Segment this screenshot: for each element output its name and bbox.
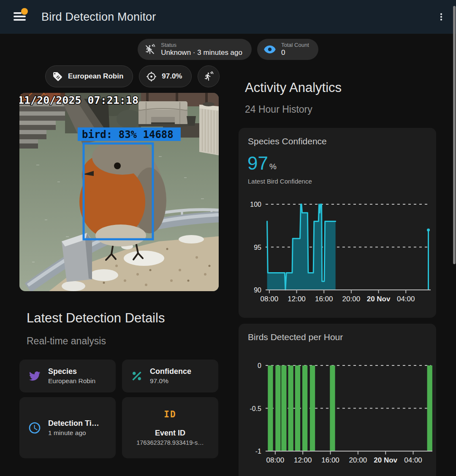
svg-text:16:00: 16:00: [321, 456, 339, 464]
species-card-value: European Robin: [48, 377, 95, 385]
svg-text:20:00: 20:00: [342, 295, 361, 303]
species-confidence-card-title: Species Confidence: [239, 128, 436, 146]
motion-chip[interactable]: [198, 65, 220, 87]
latest-detection-title: Latest Detection Details: [27, 311, 165, 326]
event-id-card[interactable]: ID Event ID 1763623278.933419-s…: [122, 397, 218, 458]
birds-per-hour-chart[interactable]: 08:0012:0016:0020:0020 Nov04:000-0.5-1: [245, 361, 433, 467]
crosshairs-icon: [146, 71, 157, 82]
app-header: Bird Detection Monitor: [0, 0, 456, 34]
confidence-card-label: Confidence: [150, 367, 191, 376]
camera-scene: bird: 83% 14688 11/20/2025 07:21:18: [19, 93, 219, 291]
confidence-chip[interactable]: 97.0%: [139, 65, 192, 87]
activity-analytics-subtitle: 24 Hour History: [245, 104, 312, 115]
page-scrollbar[interactable]: [453, 6, 456, 264]
svg-text:12:00: 12:00: [288, 295, 306, 303]
camera-image[interactable]: bird: 83% 14688 11/20/2025 07:21:18: [19, 93, 219, 291]
total-count-value: 0: [281, 49, 309, 57]
id-badge-icon: ID: [164, 409, 176, 419]
detection-time-card-value: 1 minute ago: [48, 429, 99, 437]
total-count-chip[interactable]: Total Count 0: [257, 39, 318, 60]
svg-text:-1: -1: [255, 448, 261, 455]
event-id-card-value: 1763623278.933419-s…: [136, 439, 204, 446]
tag-icon: [52, 71, 63, 82]
svg-text:20:00: 20:00: [349, 456, 367, 464]
svg-text:08:00: 08:00: [261, 295, 279, 303]
svg-text:04:00: 04:00: [404, 456, 422, 464]
eye-icon: [263, 43, 276, 56]
svg-text:08:00: 08:00: [266, 456, 285, 464]
status-chip[interactable]: Status Unknown · 3 minutes ago: [138, 39, 252, 60]
motion-sensor-off-icon: [144, 43, 156, 55]
camera-timestamp: 11/20/2025 07:21:18: [19, 94, 138, 106]
svg-text:20 Nov: 20 Nov: [367, 295, 391, 303]
overflow-menu-button[interactable]: [432, 8, 450, 26]
svg-text:95: 95: [254, 244, 261, 251]
activity-analytics-title: Activity Analytics: [245, 80, 342, 95]
species-confidence-card: Species Confidence 97 % Latest Bird Conf…: [239, 128, 436, 318]
svg-text:16:00: 16:00: [315, 295, 333, 303]
latest-detection-subtitle: Real-time analysis: [27, 335, 106, 347]
clock-icon: [28, 421, 41, 435]
menu-icon[interactable]: [10, 7, 30, 27]
svg-text:04:00: 04:00: [397, 295, 415, 303]
birds-per-hour-card: Birds Detected per Hour 08:0012:0016:002…: [239, 324, 436, 476]
svg-text:20 Nov: 20 Nov: [374, 456, 397, 464]
status-chip-row: Status Unknown · 3 minutes ago Total Cou…: [0, 39, 456, 60]
species-confidence-chart[interactable]: 08:0012:0016:0020:0020 Nov04:001009590: [245, 200, 433, 306]
detection-label-text: bird: 83% 14688: [82, 129, 174, 141]
detection-time-card[interactable]: Detection Ti… 1 minute ago: [19, 397, 116, 458]
event-id-card-label: Event ID: [155, 429, 185, 438]
birds-per-hour-card-title: Birds Detected per Hour: [239, 324, 436, 342]
confidence-card-value: 97.0%: [150, 377, 191, 385]
motion-sensor-icon: [203, 71, 214, 82]
confidence-card[interactable]: Confidence 97.0%: [122, 360, 218, 392]
status-label: Status: [161, 42, 242, 49]
status-value: Unknown · 3 minutes ago: [161, 49, 242, 57]
notification-dot-icon: [21, 8, 28, 15]
species-card[interactable]: Species European Robin: [19, 360, 116, 392]
svg-text:100: 100: [250, 201, 261, 208]
bird-icon: [28, 369, 41, 383]
svg-text:90: 90: [254, 287, 261, 294]
species-card-label: Species: [48, 367, 95, 376]
svg-text:-0.5: -0.5: [250, 405, 261, 412]
confidence-chip-label: 97.0%: [162, 72, 182, 81]
dots-vertical-icon: [436, 11, 447, 22]
page-title: Bird Detection Monitor: [41, 11, 156, 24]
svg-text:0: 0: [258, 362, 261, 369]
total-count-label: Total Count: [281, 42, 309, 49]
detection-chip-row: European Robin 97.0%: [45, 65, 220, 87]
species-chip[interactable]: European Robin: [45, 65, 133, 87]
species-chip-label: European Robin: [68, 72, 123, 81]
confidence-caption: Latest Bird Confidence: [248, 178, 436, 185]
svg-text:12:00: 12:00: [294, 456, 312, 464]
detection-time-card-label: Detection Ti…: [48, 419, 99, 428]
confidence-big-value: 97 %: [247, 154, 436, 173]
percent-icon: [130, 370, 143, 382]
